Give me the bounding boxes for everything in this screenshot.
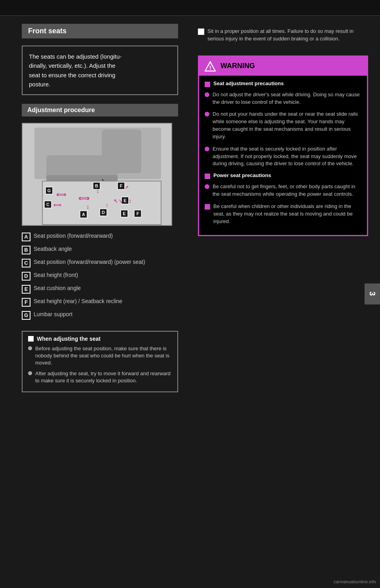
note-bullet-text-1: Before adjusting the seat position, make… [35,345,172,367]
warning-triangle-icon: ! [204,60,217,73]
warning-section-square-1 [205,82,210,87]
warning-bullet-1: Do not adjust the driver's seat while dr… [205,91,361,106]
warning-bullet-text-1: Do not adjust the driver's seat while dr… [213,91,361,106]
intro-text: The seats can be adjusted (longitu-dinal… [29,53,122,88]
note-header: When adjusting the seat [28,336,172,342]
letter-c: C [22,259,30,267]
warning-title: WARNING [220,62,255,70]
note-header-square [28,336,34,342]
label-item-b: B Seatback angle [22,245,178,254]
letter-b: B [22,246,30,254]
note-title: When adjusting the seat [37,336,101,342]
right-intro-text: Sit in a proper position at all times. F… [207,28,368,43]
note-bullet-2: After adjusting the seat, try to move it… [28,370,172,384]
label-text-g: Lumbar support [34,311,178,319]
svg-text:G: G [48,188,51,193]
warning-bullet-circle-3 [205,147,209,151]
svg-text:↕: ↕ [97,188,99,194]
label-item-e: E Seat cushion angle [22,284,178,294]
svg-text:F: F [137,211,139,216]
letter-f: F [22,298,30,307]
label-item-c: C Seat position (forward/rearward) (powe… [22,258,178,267]
label-item-g: G Lumbar support [22,311,178,320]
right-intro: Sit in a proper position at all times. F… [198,28,368,50]
svg-text:E: E [123,211,125,216]
warning-bullet-2: Do not put your hands under the seat or … [205,111,361,140]
svg-text:E: E [124,198,126,203]
warning-section2-header: Power seat precautions [205,172,361,179]
svg-text:⟺: ⟺ [78,194,90,202]
label-text-e: Seat cushion angle [34,284,178,292]
svg-text:D: D [102,210,105,215]
warning-bullet-3: Ensure that the seat is securely locked … [205,145,361,168]
warning-bullet2-2: Be careful when children or other indivi… [205,203,361,225]
warning-box: ! WARNING Seat adjustment precautions Do… [198,55,368,236]
adjustment-procedure-title: Adjustment procedure [22,104,178,116]
letter-g: G [22,311,30,320]
label-text-f: Seat height (rear) / Seatback recline [34,298,178,305]
svg-text:!: ! [209,65,211,71]
label-item-f: F Seat height (rear) / Seatback recline [22,298,178,307]
warning-header: ! WARNING [199,57,367,76]
warning-bullet2-text-2: Be careful when children or other indivi… [213,203,361,225]
letter-d: D [22,272,30,281]
warning-bullet2-1: Be careful not to get fingers, feet, or … [205,183,361,198]
warning-content: Seat adjustment precautions Do not adjus… [199,76,367,235]
warning-bullet2-square-2 [205,204,210,210]
right-intro-square [198,29,204,35]
svg-text:⟺: ⟺ [53,202,61,208]
warning-section1-header: Seat adjustment precautions [205,80,361,87]
note-bullet-1: Before adjusting the seat position, make… [28,345,172,367]
label-item-a: A Seat position (forward/rearward) [22,232,178,241]
section-title: Front seats [22,24,178,38]
warning-section1-title: Seat adjustment precautions [213,80,284,86]
letter-a: A [22,233,30,241]
note-bullet-circle-1 [28,346,32,350]
letter-e: E [22,285,30,294]
right-column: Sit in a proper position at all times. F… [186,0,380,588]
svg-text:F: F [120,183,123,188]
svg-text:↕: ↕ [87,204,89,210]
label-text-d: Seat height (front) [34,271,178,279]
watermark: carmanualsonline.info [334,579,376,584]
warning-bullet-circle-1 [205,92,209,97]
seat-diagram: G ⟺ B ↕ F ↗ C ⟺ [22,123,172,226]
warning-bullet-text-3: Ensure that the seat is securely locked … [213,145,361,168]
warning-bullet2-text-1: Be careful not to get fingers, feet, or … [213,183,361,198]
note-bullet-circle-2 [28,371,32,375]
warning-bullet-circle-2 [205,112,209,116]
warning-section2-title: Power seat precautions [213,172,271,178]
chapter-number-tab: 3 [365,283,380,304]
svg-text:A: A [82,212,85,217]
svg-text:C: C [46,202,49,207]
svg-text:↕: ↕ [129,198,131,204]
svg-text:↕: ↕ [106,202,108,208]
label-text-a: Seat position (forward/rearward) [34,232,178,240]
labels-container: A Seat position (forward/rearward) B Sea… [22,232,178,323]
left-column: Front seats The seats can be adjusted (l… [0,0,186,588]
note-bullet-text-2: After adjusting the seat, try to move it… [35,370,172,384]
note-box: When adjusting the seat Before adjusting… [22,331,178,392]
svg-text:↗: ↗ [125,185,129,190]
label-text-b: Seatback angle [34,245,178,253]
intro-box: The seats can be adjusted (longitu-dinal… [22,46,178,95]
svg-text:⟺: ⟺ [56,191,66,199]
warning-bullet2-circle-1 [205,184,209,189]
warning-bullet-text-2: Do not put your hands under the seat or … [213,111,361,140]
warning-section-square-2 [205,174,210,179]
label-item-d: D Seat height (front) [22,271,178,281]
label-text-c: Seat position (forward/rearward) (power … [34,258,178,266]
svg-text:↖↘: ↖↘ [114,198,123,204]
